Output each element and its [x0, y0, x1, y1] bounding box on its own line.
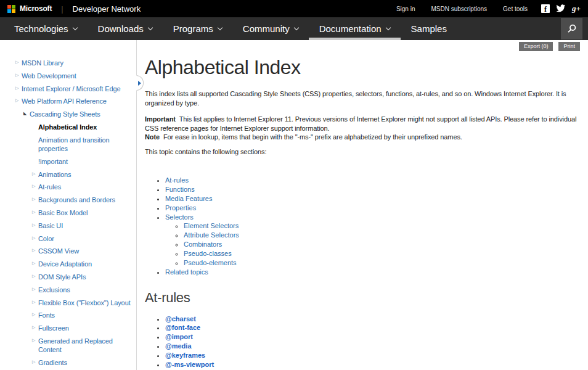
sidebar-item-animation-and-transition-properties[interactable]: Animation and transition properties: [32, 136, 133, 154]
nav-item-documentation[interactable]: Documentation: [309, 17, 401, 40]
sign-in-link[interactable]: Sign in: [396, 6, 415, 12]
toc-link[interactable]: Functions: [165, 186, 195, 193]
toc-sublink[interactable]: Attribute Selectors: [184, 231, 239, 239]
msdn-subscriptions-link[interactable]: MSDN subscriptions: [431, 6, 487, 12]
nav-item-label: Downloads: [98, 23, 144, 34]
sidebar-item-flexible-box-flexbox-layout[interactable]: ▷Flexible Box ("Flexbox") Layout: [32, 298, 133, 307]
tree-collapsed-icon[interactable]: ▷: [32, 195, 38, 204]
sidebar-item-at-rules[interactable]: ▷At-rules: [32, 183, 133, 191]
section-link[interactable]: @font-face: [165, 324, 200, 331]
sidebar-item-web-platform-api-reference[interactable]: ▷Web Platform API Reference: [15, 97, 133, 105]
main-nav: TechnologiesDownloadsProgramsCommunityDo…: [0, 17, 588, 40]
tree-collapsed-icon[interactable]: ▷: [32, 311, 38, 319]
sidebar-item-cascading-style-sheets[interactable]: ◣Cascading Style Sheets: [23, 110, 133, 118]
sidebar-item-msdn-library[interactable]: ▷MSDN Library: [15, 59, 133, 67]
important-label: Important: [145, 115, 176, 123]
tree-collapsed-icon[interactable]: ▷: [32, 221, 38, 230]
sidebar-item-animations[interactable]: ▷Animations: [32, 170, 133, 179]
sidebar-item-label: Web Development: [22, 72, 76, 80]
tree-collapsed-icon[interactable]: ▷: [15, 72, 22, 80]
sidebar-item-fullscreen[interactable]: ▷Fullscreen: [32, 324, 133, 332]
site-title[interactable]: Developer Network: [73, 4, 141, 14]
toc-sublink[interactable]: Pseudo-classes: [184, 250, 232, 257]
tree-collapsed-icon[interactable]: ▷: [32, 273, 38, 281]
toc-link[interactable]: Media Features: [165, 195, 212, 202]
tree-collapsed-icon[interactable]: ▷: [32, 170, 38, 179]
sections-intro: This topic contains the following sectio…: [145, 147, 582, 157]
sidebar-item-gradients[interactable]: ▷Gradients: [32, 358, 133, 367]
sidebar-item-device-adaptation[interactable]: ▷Device Adaptation: [32, 260, 133, 268]
sidebar-item-basic-box-model[interactable]: ▷Basic Box Model: [32, 208, 133, 217]
toc-item-functions: Functions: [165, 186, 582, 194]
sidebar-item-label: Backgrounds and Borders: [38, 195, 115, 204]
sidebar-item-backgrounds-and-borders[interactable]: ▷Backgrounds and Borders: [32, 195, 133, 204]
tree-collapsed-icon[interactable]: ▷: [32, 247, 38, 255]
nav-item-community[interactable]: Community: [232, 17, 309, 40]
sidebar-item-label: !important: [38, 157, 68, 166]
sidebar-item-fonts[interactable]: ▷Fonts: [32, 311, 133, 319]
note-paragraph: Note For ease in lookup, items that begi…: [145, 133, 582, 142]
sidebar-item-dom-style-apis[interactable]: ▷DOM Style APIs: [32, 273, 133, 281]
microsoft-logo[interactable]: Microsoft: [7, 4, 52, 13]
toc-subitem-pseudo-elements: Pseudo-elements: [184, 259, 582, 268]
toc-item-related-topics: Related topics: [165, 268, 582, 277]
sidebar-item-exclusions[interactable]: ▷Exclusions: [32, 286, 133, 294]
section-item-ms-viewport: @-ms-viewport: [165, 361, 582, 369]
nav-item-programs[interactable]: Programs: [163, 17, 232, 40]
section-link[interactable]: @-ms-viewport: [165, 361, 214, 368]
twitter-icon[interactable]: [556, 4, 566, 13]
section-link[interactable]: @import: [165, 333, 193, 340]
nav-item-technologies[interactable]: Technologies: [4, 17, 88, 40]
tree-collapsed-icon[interactable]: ▷: [32, 337, 38, 355]
sidebar-item-internet-explorer-microsoft-edge[interactable]: ▷Internet Explorer / Microsoft Edge: [15, 84, 133, 93]
toc-link[interactable]: Related topics: [165, 268, 208, 276]
search-button[interactable]: [561, 18, 582, 39]
toc-sublink[interactable]: Element Selectors: [184, 222, 239, 229]
tree-collapsed-icon[interactable]: ▷: [32, 286, 38, 294]
toc-link[interactable]: Properties: [165, 204, 196, 212]
toc-subitem-pseudo-classes: Pseudo-classes: [184, 250, 582, 258]
toc-list: At-rulesFunctionsMedia FeaturesPropertie…: [145, 176, 582, 276]
tree-collapsed-icon[interactable]: ▷: [15, 97, 22, 105]
sidebar-item-generated-and-replaced-content[interactable]: ▷Generated and Replaced Content: [32, 337, 133, 355]
tree-collapsed-icon[interactable]: ▷: [32, 260, 38, 268]
toc-sublink[interactable]: Combinators: [184, 240, 222, 248]
tree-collapsed-icon[interactable]: ▷: [32, 298, 38, 307]
sidebar-item-important[interactable]: !important: [32, 157, 133, 166]
chevron-down-icon: [72, 25, 77, 30]
sidebar-item-web-development[interactable]: ▷Web Development: [15, 72, 133, 80]
tree-collapsed-icon[interactable]: ▷: [32, 208, 38, 217]
section-link[interactable]: @keyframes: [165, 352, 205, 359]
facebook-icon[interactable]: f: [541, 4, 550, 13]
section-heading-at-rules: At-rules: [145, 290, 582, 306]
get-tools-link[interactable]: Get tools: [503, 6, 528, 12]
sidebar-item-label: Device Adaptation: [38, 260, 92, 268]
sidebar-item-cssom-view[interactable]: ▷CSSOM View: [32, 247, 133, 255]
microsoft-logo-icon: [7, 5, 15, 13]
tree-expanded-icon[interactable]: ◣: [23, 110, 30, 118]
tree-collapsed-icon[interactable]: ▷: [15, 59, 22, 67]
tree-collapsed-icon[interactable]: ▷: [32, 324, 38, 332]
toc-sublink[interactable]: Pseudo-elements: [184, 259, 237, 266]
sidebar-item-color[interactable]: ▷Color: [32, 234, 133, 243]
sidebar-item-label: Internet Explorer / Microsoft Edge: [22, 84, 120, 93]
nav-item-downloads[interactable]: Downloads: [88, 17, 163, 40]
tree-collapsed-icon[interactable]: ▷: [15, 84, 22, 93]
section-link[interactable]: @media: [165, 342, 192, 350]
sidebar-item-label: Web Platform API Reference: [22, 97, 107, 105]
tree-collapsed-icon[interactable]: ▷: [32, 183, 38, 191]
toc-link[interactable]: Selectors: [165, 213, 194, 221]
nav-item-samples[interactable]: Samples: [401, 17, 457, 40]
tree-collapsed-icon[interactable]: ▷: [32, 358, 38, 367]
sidebar-item-basic-ui[interactable]: ▷Basic UI: [32, 221, 133, 230]
toc-link[interactable]: At-rules: [165, 176, 189, 184]
sidebar-item-label: Animation and transition properties: [38, 136, 133, 154]
tree-collapsed-icon[interactable]: ▷: [32, 234, 38, 243]
sidebar-item-alphabetical-index[interactable]: Alphabetical Index: [32, 123, 133, 131]
chevron-right-icon: [138, 81, 141, 86]
toc-subitem-combinators: Combinators: [184, 240, 582, 249]
tree-spacer: [32, 136, 38, 154]
section-item-charset: @charset: [165, 315, 582, 324]
section-link[interactable]: @charset: [165, 315, 196, 323]
googleplus-icon[interactable]: g+: [572, 4, 581, 14]
